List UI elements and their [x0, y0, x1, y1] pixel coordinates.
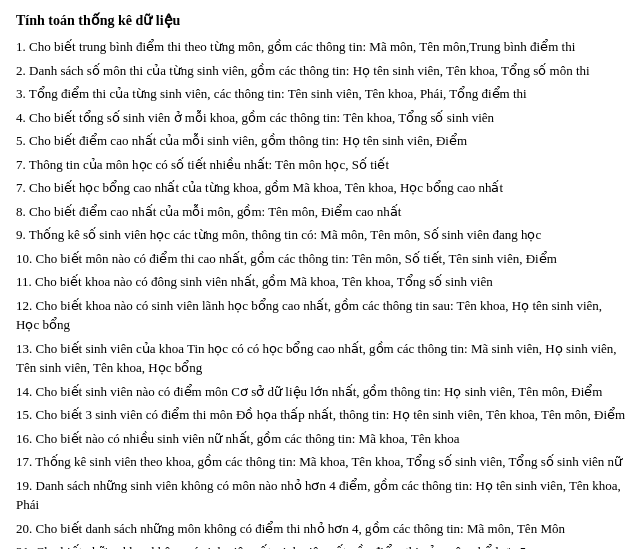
list-item: 9. Thống kê số sinh viên học các từng mô… [16, 225, 627, 245]
list-item: 17. Thống kê sinh viên theo khoa, gồm cá… [16, 452, 627, 472]
list-item: 5. Cho biết điểm cao nhất của mỗi sinh v… [16, 131, 627, 151]
list-item: 20. Cho biết danh sách những môn không c… [16, 519, 627, 539]
list-item: 1. Cho biết trung bình điểm thi theo từn… [16, 37, 627, 57]
list-item: 13. Cho biết sinh viên của khoa Tin học … [16, 339, 627, 378]
list-item: 3. Tổng điểm thi của từng sinh viên, các… [16, 84, 627, 104]
list-item: 8. Cho biết điểm cao nhất của mỗi môn, g… [16, 202, 627, 222]
page-container: Tính toán thống kê dữ liệu 1. Cho biết t… [16, 12, 627, 549]
list-item: 4. Cho biết tổng số sinh viên ở mỗi khoa… [16, 108, 627, 128]
list-item: 2. Danh sách số môn thi của từng sinh vi… [16, 61, 627, 81]
list-item: 15. Cho biết 3 sinh viên có điểm thi môn… [16, 405, 627, 425]
content-list: 1. Cho biết trung bình điểm thi theo từn… [16, 37, 627, 549]
list-item: 21. Cho biết những khoa không có sinh vi… [16, 542, 627, 549]
list-item: 7. Thông tin của môn học có số tiết nhiề… [16, 155, 627, 175]
list-item: 16. Cho biết nào có nhiều sinh viên nữ n… [16, 429, 627, 449]
list-item: 10. Cho biết môn nào có điểm thi cao nhấ… [16, 249, 627, 269]
page-title: Tính toán thống kê dữ liệu [16, 12, 627, 29]
list-item: 19. Danh sách những sinh viên không có m… [16, 476, 627, 515]
list-item: 7. Cho biết học bổng cao nhất của từng k… [16, 178, 627, 198]
list-item: 14. Cho biết sinh viên nào có điểm môn C… [16, 382, 627, 402]
list-item: 12. Cho biết khoa nào có sinh viên lãnh … [16, 296, 627, 335]
list-item: 11. Cho biết khoa nào có đông sinh viên … [16, 272, 627, 292]
